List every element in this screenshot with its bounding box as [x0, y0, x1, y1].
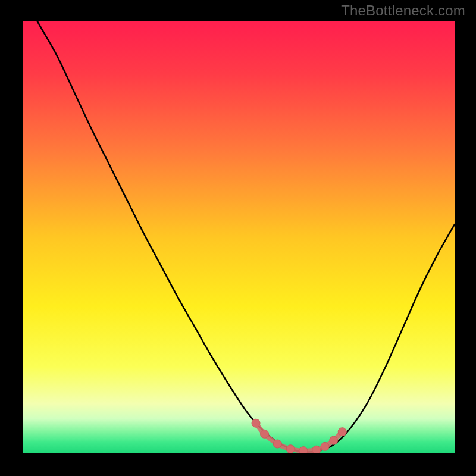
marker-dot — [286, 445, 295, 453]
watermark-text: TheBottleneck.com — [341, 2, 465, 19]
marker-dot — [330, 436, 338, 444]
bottleneck-plot — [0, 0, 476, 476]
marker-dot — [261, 430, 269, 438]
marker-dot — [299, 447, 308, 455]
plot-background — [23, 21, 455, 453]
marker-dot — [338, 428, 346, 436]
marker-dot — [252, 419, 260, 427]
marker-dot — [312, 446, 321, 454]
marker-dot — [273, 440, 281, 448]
chart-frame: TheBottleneck.com — [0, 0, 476, 476]
marker-dot — [321, 442, 329, 450]
